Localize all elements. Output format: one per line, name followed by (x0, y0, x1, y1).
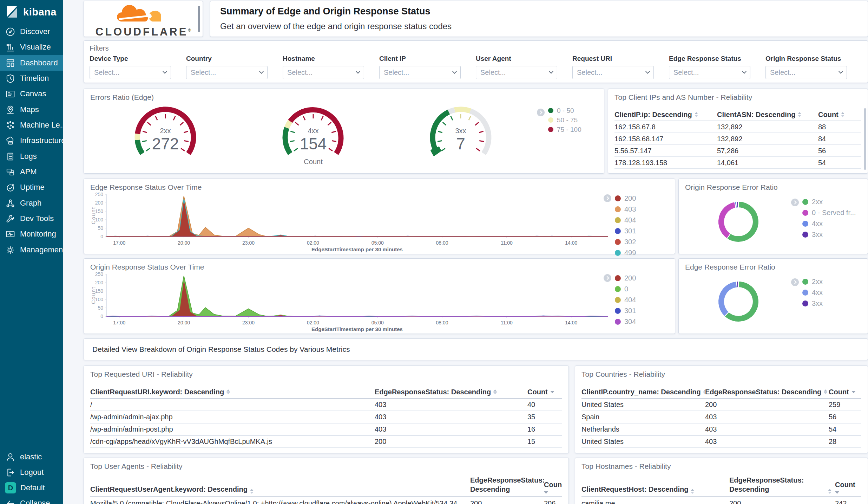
filter-select[interactable]: Select... (379, 66, 461, 79)
user-agents-table: ClientRequestUserAgent.keyword: Descendi… (90, 473, 562, 504)
legend-expand-icon[interactable] (791, 278, 799, 286)
sidebar-item-management[interactable]: Management (0, 242, 63, 258)
column-header[interactable]: EdgeResponseStatus: Descending (729, 476, 835, 494)
table-scrollbar[interactable] (864, 108, 866, 170)
legend-item[interactable]: 499 (615, 247, 636, 258)
legend-item[interactable]: 200 (615, 193, 636, 204)
legend-item[interactable]: 404 (615, 215, 636, 226)
chevron-down-icon (742, 69, 747, 74)
table-row: 5.56.57.147 57,286 56 (614, 145, 861, 157)
legend-item[interactable]: 0 - Served fr... (802, 207, 856, 218)
legend-item[interactable]: 4xx (802, 218, 856, 229)
column-header[interactable]: ClientIP.country_name: Descending (581, 388, 705, 396)
sidebar-item-machine-learning[interactable]: Machine Le... (0, 117, 63, 133)
filter-select[interactable]: Select... (283, 66, 364, 79)
logo-panel-scrollbar[interactable] (198, 6, 200, 32)
gauge-3xx: 3xx7 (415, 103, 506, 166)
legend-item[interactable]: 404 (615, 295, 636, 305)
legend-label: 301 (624, 307, 636, 315)
column-header[interactable]: ClientRequestURI.keyword: Descending (90, 388, 375, 396)
graph-icon (5, 198, 15, 208)
sidebar-item-apm[interactable]: APM (0, 164, 63, 180)
sidebar-item-monitoring[interactable]: Monitoring (0, 226, 63, 242)
column-header[interactable]: Count (818, 111, 861, 119)
kibana-logo[interactable]: kibana (5, 5, 57, 19)
sidebar-item-logout[interactable]: Logout (0, 465, 63, 480)
cell: Netherlands (581, 425, 705, 433)
legend-item[interactable]: 403 (615, 204, 636, 215)
sidebar-item-default-space[interactable]: D Default (0, 480, 63, 496)
column-header[interactable]: ClientIP.ip: Descending (614, 111, 717, 119)
filter-select[interactable]: Select... (669, 66, 750, 79)
legend-item[interactable]: 0 - 50 (548, 106, 581, 115)
filter-field: User Agent Select... (476, 55, 557, 79)
filter-select[interactable]: Select... (765, 66, 847, 79)
legend-label: 200 (624, 194, 636, 202)
legend-item[interactable]: 75 - 100 (548, 125, 581, 134)
legend-item[interactable]: 3xx (802, 229, 856, 240)
sidebar-item-logs[interactable]: Logs (0, 149, 63, 164)
column-header[interactable]: ClientRequestHost: Descending (581, 485, 729, 494)
sidebar-item-canvas[interactable]: Canvas (0, 86, 63, 102)
filter-field-label: Client IP (379, 55, 461, 63)
column-header[interactable]: Count (527, 388, 562, 396)
sidebar-item-infrastructure[interactable]: Infrastructure (0, 133, 63, 148)
cloudflare-logo-panel: CLOUDFLARE® (84, 1, 203, 37)
column-header[interactable]: Count (829, 388, 861, 396)
sidebar-item-maps[interactable]: Maps (0, 102, 63, 117)
filter-select[interactable]: Select... (476, 66, 557, 79)
sidebar-item-timelion[interactable]: Timelion (0, 71, 63, 86)
table-row: /wp-admin/admin-post.php 403 16 (90, 424, 562, 436)
legend-item[interactable]: 3xx (802, 298, 823, 309)
legend-item[interactable]: 301 (615, 305, 636, 316)
legend-item[interactable]: 0 (615, 284, 636, 295)
legend-item[interactable]: 2xx (802, 196, 856, 207)
legend-color-dot (615, 217, 621, 223)
filter-field-label: User Agent (476, 55, 557, 63)
column-header[interactable]: ClientRequestUserAgent.keyword: Descendi… (90, 485, 470, 494)
sort-desc-icon (835, 491, 839, 494)
legend-expand-icon[interactable] (604, 194, 611, 202)
legend-expand-icon[interactable] (537, 109, 545, 116)
legend-item[interactable]: 4xx (802, 287, 823, 298)
cell: United States (581, 438, 705, 446)
legend-color-dot (615, 239, 621, 245)
legend-item[interactable]: 2xx (802, 276, 823, 287)
column-header[interactable]: EdgeResponseStatus: Descending (375, 388, 527, 396)
column-header[interactable]: Count (544, 480, 562, 494)
filter-select[interactable]: Select... (572, 66, 654, 79)
sidebar-item-dev-tools[interactable]: Dev Tools (0, 211, 63, 226)
legend-color-dot (615, 297, 621, 303)
column-header[interactable]: Count (835, 480, 861, 494)
sidebar-item-visualize[interactable]: Visualize (0, 39, 63, 55)
filter-select[interactable]: Select... (186, 66, 268, 79)
legend-item[interactable]: 301 (615, 226, 636, 237)
legend-item[interactable]: 200 (615, 273, 636, 284)
filter-select-placeholder: Select... (94, 69, 119, 77)
sidebar-item-elastic-user[interactable]: elastic (0, 449, 63, 465)
sidebar-item-collapse[interactable]: Collapse (0, 496, 63, 504)
filter-field: Hostname Select... (283, 55, 364, 79)
legend-item[interactable]: 302 (615, 237, 636, 247)
legend-item[interactable]: 304 (615, 316, 636, 327)
sidebar-item-dashboard[interactable]: Dashboard (0, 55, 63, 71)
svg-text:150: 150 (95, 288, 104, 294)
legend-label: 4xx (812, 220, 823, 228)
column-header[interactable]: EdgeResponseStatus: Descending (470, 476, 544, 494)
column-header[interactable]: ClientASN: Descending (717, 111, 818, 119)
cell: 56 (829, 413, 861, 421)
legend-item[interactable]: 50 - 75 (548, 115, 581, 125)
origin-error-ratio-panel: Origin Response Error Ratio 2xx 0 - Serv… (678, 179, 868, 254)
cell: 88 (818, 123, 861, 131)
filter-select[interactable]: Select... (90, 66, 171, 79)
sidebar-item-graph[interactable]: Graph (0, 195, 63, 211)
panel-title: Errors Ratio (Edge) (90, 93, 154, 102)
legend-expand-icon[interactable] (791, 199, 799, 206)
column-header[interactable]: EdgeResponseStatus: Descending (705, 388, 829, 396)
legend-expand-icon[interactable] (604, 274, 611, 282)
user-icon (5, 452, 15, 462)
svg-text:05:00: 05:00 (371, 240, 384, 246)
sidebar-item-discover[interactable]: Discover (0, 24, 63, 39)
cell: 403 (705, 425, 829, 433)
sidebar-item-uptime[interactable]: Uptime (0, 180, 63, 195)
